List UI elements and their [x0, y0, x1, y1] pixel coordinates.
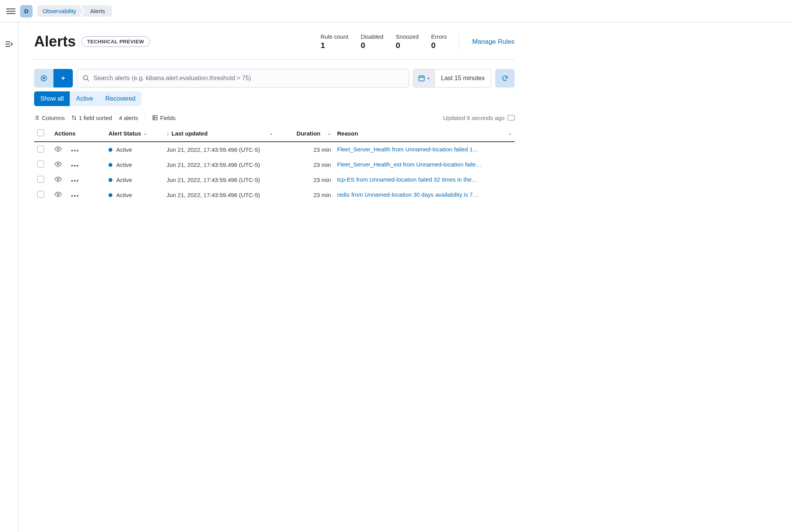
fields-button[interactable]: Fields [152, 115, 176, 121]
fullscreen-icon[interactable] [508, 115, 515, 120]
breadcrumb: Observability Alerts [37, 5, 112, 17]
status-text: Active [116, 146, 132, 153]
more-actions-icon[interactable] [71, 192, 78, 198]
svg-rect-7 [74, 150, 76, 151]
topbar: D Observability Alerts [0, 0, 792, 22]
search-input[interactable] [93, 75, 403, 82]
svg-point-9 [57, 163, 59, 165]
stat-label: Rule count [320, 33, 348, 40]
view-icon[interactable] [54, 146, 62, 153]
stat-label: Errors [431, 33, 447, 40]
space-selector[interactable]: D [20, 5, 33, 17]
left-rail [0, 22, 19, 532]
search-icon [83, 75, 90, 82]
svg-point-2 [83, 76, 88, 80]
columns-button[interactable]: Columns [34, 115, 65, 121]
duration-cell: 23 min [276, 172, 334, 187]
sort-button[interactable]: 1 field sorted [72, 115, 112, 121]
add-filter-button[interactable] [53, 69, 73, 88]
stat-rule-count: Rule count 1 [320, 33, 348, 50]
breadcrumb-observability[interactable]: Observability [37, 5, 83, 17]
sort-icon [72, 115, 76, 120]
last-updated-cell: Jun 21, 2022, 17:43:59.496 (UTC-5) [164, 187, 276, 203]
view-icon[interactable] [54, 177, 62, 183]
svg-point-5 [57, 148, 59, 150]
col-reason[interactable]: Reason⌄ [334, 125, 515, 142]
tab-active[interactable]: Active [70, 91, 99, 106]
sort-desc-icon: ↓ [167, 130, 169, 136]
table-row: Active Jun 21, 2022, 17:43:59.496 (UTC-5… [34, 187, 515, 203]
status-text: Active [116, 192, 132, 198]
svg-rect-14 [71, 180, 73, 182]
svg-point-17 [57, 194, 59, 196]
row-checkbox[interactable] [37, 191, 44, 198]
date-range-label[interactable]: Last 15 minutes [435, 69, 491, 87]
svg-point-13 [57, 178, 59, 180]
calendar-button[interactable]: ▾ [413, 69, 435, 87]
svg-rect-3 [419, 76, 424, 81]
status-dot-icon [108, 148, 112, 152]
tab-recovered[interactable]: Recovered [99, 91, 141, 106]
list-icon [34, 115, 40, 120]
stat-value: 0 [431, 41, 447, 50]
refresh-button[interactable] [495, 69, 515, 88]
stat-disabled: Disabled 0 [361, 33, 383, 50]
chevron-down-icon: ⌄ [508, 131, 511, 136]
svg-rect-6 [71, 150, 73, 151]
status-text: Active [116, 177, 132, 183]
page-title: Alerts [34, 33, 76, 50]
reason-link[interactable]: redis from Unnamed-location 30 days avai… [337, 191, 479, 198]
last-updated-cell: Jun 21, 2022, 17:43:59.496 (UTC-5) [164, 142, 276, 157]
stat-value: 0 [396, 41, 418, 50]
select-all-checkbox[interactable] [37, 129, 44, 136]
search-input-container[interactable] [77, 69, 409, 88]
refresh-icon [501, 75, 508, 82]
table-row: Active Jun 21, 2022, 17:43:59.496 (UTC-5… [34, 172, 515, 187]
col-duration[interactable]: Duration⌄ [276, 125, 334, 142]
last-updated-cell: Jun 21, 2022, 17:43:59.496 (UTC-5) [164, 157, 276, 172]
expand-sidebar-icon[interactable] [5, 41, 13, 49]
more-actions-icon[interactable] [71, 161, 78, 168]
status-dot-icon [108, 163, 112, 167]
duration-cell: 23 min [276, 187, 334, 203]
filter-toggle-button[interactable] [34, 69, 53, 88]
stat-label: Snoozed [396, 33, 418, 40]
space-letter: D [24, 8, 29, 14]
reason-link[interactable]: Fleet_Server_Health from Unnamed-locatio… [337, 146, 479, 153]
reason-link[interactable]: tcp-ES from Unnamed-location failed 32 t… [337, 176, 477, 183]
col-status[interactable]: Alert Status⌄ [105, 125, 164, 142]
table-toolbar: Columns 1 field sorted 4 alerts Fields U… [34, 112, 515, 125]
table-row: Active Jun 21, 2022, 17:43:59.496 (UTC-5… [34, 157, 515, 172]
status-text: Active [116, 161, 132, 168]
chevron-down-icon: ⌄ [327, 131, 331, 136]
row-checkbox[interactable] [37, 161, 44, 168]
reason-link[interactable]: Fleet_Server_Health_ext from Unnamed-loc… [337, 161, 482, 168]
duration-cell: 23 min [276, 142, 334, 157]
row-checkbox[interactable] [37, 176, 44, 183]
more-actions-icon[interactable] [71, 177, 78, 183]
table-row: Active Jun 21, 2022, 17:43:59.496 (UTC-5… [34, 142, 515, 157]
chevron-down-icon: ⌄ [269, 131, 273, 136]
row-checkbox[interactable] [37, 146, 44, 153]
svg-rect-15 [74, 180, 76, 182]
col-last-updated[interactable]: ↓Last updated⌄ [164, 125, 276, 142]
duration-cell: 23 min [276, 157, 334, 172]
tab-show-all[interactable]: Show all [34, 91, 70, 106]
date-range-picker[interactable]: ▾ Last 15 minutes [413, 69, 491, 88]
menu-icon[interactable] [6, 7, 15, 16]
technical-preview-badge: TECHNICAL PREVIEW [81, 36, 150, 47]
search-bar: ▾ Last 15 minutes [34, 69, 515, 88]
view-icon[interactable] [54, 192, 62, 198]
svg-rect-20 [77, 195, 78, 197]
sort-label: 1 field sorted [79, 115, 112, 121]
more-actions-icon[interactable] [71, 146, 78, 153]
svg-rect-12 [77, 165, 78, 166]
manage-rules-link[interactable]: Manage Rules [472, 38, 515, 46]
page-header: Alerts TECHNICAL PREVIEW Rule count 1 Di… [34, 33, 515, 60]
divider [145, 114, 145, 122]
view-icon[interactable] [54, 161, 62, 168]
alert-count: 4 alerts [119, 115, 138, 121]
columns-label: Columns [42, 115, 65, 121]
svg-rect-11 [74, 165, 76, 166]
alerts-table: Actions Alert Status⌄ ↓Last updated⌄ Dur… [34, 125, 515, 203]
